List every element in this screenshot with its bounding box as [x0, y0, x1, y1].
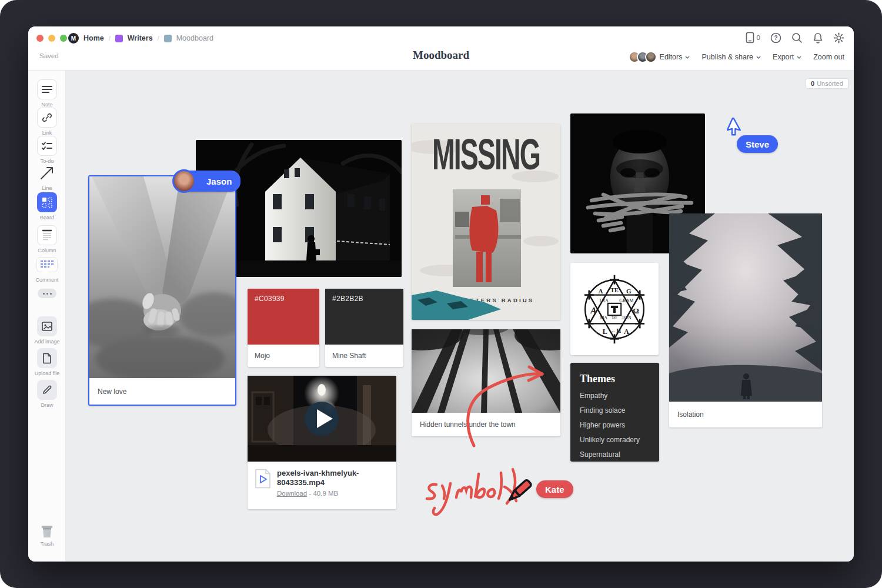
chevron-down-icon: [756, 56, 761, 59]
collaborator-name-pill: Kate: [536, 480, 573, 498]
close-button[interactable]: [36, 35, 44, 42]
card-caption: Hidden tunnels under the town: [412, 413, 560, 436]
publish-share-menu[interactable]: Publish & share: [701, 53, 761, 61]
app-logo-icon[interactable]: M: [68, 33, 79, 44]
new-love-card[interactable]: New love Jason: [88, 175, 236, 406]
svg-text:G: G: [626, 287, 632, 294]
jason-avatar: [172, 169, 196, 193]
link-icon: [42, 112, 52, 123]
note-icon: [42, 85, 52, 93]
breadcrumb-home[interactable]: Home: [83, 34, 104, 42]
video-thumbnail: [248, 376, 396, 462]
notifications-button[interactable]: [813, 32, 823, 44]
swatch-color-block: #C03939: [248, 289, 319, 345]
color-swatch-card-mojo[interactable]: #C03939 Mojo: [248, 289, 319, 367]
breadcrumb-separator: /: [109, 35, 111, 42]
tool-sidebar: Note Link To-do Line Board Column Commen…: [28, 71, 66, 562]
breadcrumb-separator: /: [158, 35, 159, 42]
theme-item: Supernatural: [580, 450, 650, 459]
theme-item: Empathy: [580, 392, 650, 400]
settings-button[interactable]: [833, 32, 844, 44]
writers-board-icon: [115, 35, 123, 42]
pencil-icon: [42, 385, 52, 395]
theme-item: Finding solace: [580, 406, 650, 415]
themes-card[interactable]: Themes Empathy Finding solace Higher pow…: [570, 363, 659, 462]
zoom-out-label: Zoom out: [813, 53, 844, 61]
video-file-icon: [255, 469, 271, 489]
pen-icon: [502, 475, 535, 509]
video-filename: pexels-ivan-khmelyuk-8043335.mp4: [277, 469, 383, 488]
search-button[interactable]: [791, 32, 803, 44]
chevron-down-icon: [685, 56, 690, 59]
breadcrumb: M Home / Writers / Moodboard: [68, 32, 213, 45]
svg-text:Ω: Ω: [633, 306, 639, 315]
themes-title: Themes: [580, 373, 650, 385]
swatch-color-block: #2B2B2B: [325, 289, 403, 345]
svg-text:A: A: [599, 287, 603, 294]
theme-item: Unlikely comradery: [580, 436, 650, 444]
tool-add-image[interactable]: Add image: [28, 316, 66, 345]
file-icon: [42, 353, 52, 364]
video-card[interactable]: pexels-ivan-khmelyuk-8043335.mp4 Downloa…: [248, 376, 396, 509]
card-caption: New love: [89, 378, 235, 405]
tool-label: Column: [28, 248, 66, 253]
window-controls: [36, 35, 67, 42]
swatch-name: Mine Shaft: [325, 345, 403, 367]
publish-share-label: Publish & share: [701, 53, 753, 61]
tool-label: Comment: [28, 277, 66, 283]
svg-text:MA: MA: [600, 315, 607, 320]
device-sync-button[interactable]: 0: [746, 32, 760, 44]
minimize-button[interactable]: [48, 35, 55, 42]
svg-text:GRAM: GRAM: [619, 298, 633, 303]
tool-trash[interactable]: Trash: [28, 522, 66, 547]
forest-canopy-photo: [412, 329, 560, 413]
editors-menu[interactable]: Editors: [629, 51, 690, 63]
image-icon: [42, 322, 52, 331]
tool-label: Line: [28, 185, 66, 191]
tool-board[interactable]: Board: [28, 192, 66, 220]
zoom-button[interactable]: [60, 35, 67, 42]
question-icon: ?: [770, 32, 781, 44]
swatch-hex: #C03939: [248, 289, 319, 303]
tool-note[interactable]: Note: [28, 79, 66, 108]
tool-label: Trash: [28, 541, 66, 547]
export-menu[interactable]: Export: [773, 53, 801, 61]
tool-more[interactable]: [28, 289, 66, 298]
svg-text:TAV: TAV: [612, 316, 617, 319]
svg-text:←Π: ←Π: [610, 327, 621, 333]
tool-comment[interactable]: Comment: [28, 257, 66, 283]
svg-text:TON: TON: [622, 315, 632, 320]
missing-poster-card[interactable]: MISSING IN 50 METERS RADIUS: [412, 123, 560, 320]
tool-line[interactable]: Line: [28, 163, 66, 191]
more-icon: [38, 289, 56, 298]
download-link[interactable]: Download: [277, 490, 307, 497]
zoom-out-button[interactable]: Zoom out: [813, 53, 844, 61]
board-canvas[interactable]: 0 Unsorted: [66, 71, 854, 562]
tool-todo[interactable]: To-do: [28, 136, 66, 164]
tool-draw[interactable]: Draw: [28, 380, 66, 408]
breadcrumb-writers[interactable]: Writers: [128, 34, 153, 42]
unsorted-badge[interactable]: 0 Unsorted: [806, 78, 848, 89]
trash-icon: [39, 522, 55, 539]
header: M Home / Writers / Moodboard Saved Moodb…: [28, 26, 854, 71]
tool-link[interactable]: Link: [28, 108, 66, 136]
isolation-card[interactable]: Isolation: [669, 213, 822, 427]
color-swatch-card-mine-shaft[interactable]: #2B2B2B Mine Shaft: [325, 289, 403, 367]
svg-text:TRA: TRA: [599, 298, 609, 303]
tunnels-card[interactable]: Hidden tunnels under the town: [412, 329, 560, 436]
help-button[interactable]: ?: [770, 32, 781, 44]
tool-upload-file[interactable]: Upload file: [28, 348, 66, 376]
tool-label: Upload file: [28, 370, 66, 376]
sigil-card[interactable]: ATEG TRAGRAM AΩ MATON TAV L←ΠA: [570, 263, 659, 355]
tool-column[interactable]: Column: [28, 225, 66, 253]
collaborator-name-pill: Steve: [737, 135, 778, 153]
tool-label: Note: [28, 102, 66, 108]
bell-icon: [813, 32, 823, 44]
collaborator-steve-cursor: Steve: [727, 118, 747, 141]
comment-icon: [36, 257, 58, 272]
breadcrumb-moodboard[interactable]: Moodboard: [176, 34, 213, 42]
tool-label: Board: [28, 215, 66, 220]
svg-text:TE: TE: [610, 286, 619, 293]
swatch-hex: #2B2B2B: [325, 289, 403, 303]
missing-poster-photo: MISSING IN 50 METERS RADIUS: [412, 123, 560, 320]
